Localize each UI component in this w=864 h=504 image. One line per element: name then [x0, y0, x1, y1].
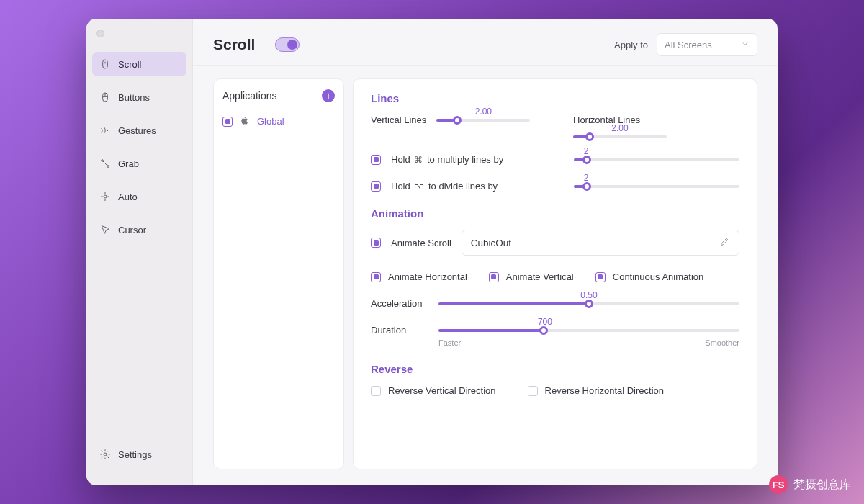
enable-toggle[interactable]	[275, 37, 300, 52]
animate-horizontal-checkbox[interactable]	[371, 272, 381, 282]
cursor-icon	[99, 224, 111, 235]
command-key-icon: ⌘	[413, 155, 424, 165]
header: Scroll Apply to All Screens	[193, 19, 778, 66]
sidebar: Scroll Buttons Gestures Grab Auto Cursor	[86, 19, 193, 485]
multiply-label: Hold ⌘ to multiply lines by	[391, 154, 503, 165]
duration-label: Duration	[371, 325, 428, 336]
duration-hint-faster: Faster	[438, 338, 461, 347]
vertical-lines-slider[interactable]: 2.00	[436, 119, 530, 122]
sidebar-label: Gestures	[118, 125, 156, 136]
easing-value: CubicOut	[471, 238, 511, 248]
chevron-down-icon	[741, 40, 750, 50]
animate-scroll-checkbox[interactable]	[371, 238, 381, 248]
applications-card: Applications + Global	[213, 78, 344, 469]
reverse-vertical-checkbox[interactable]	[371, 386, 381, 396]
settings-label: Settings	[118, 449, 152, 460]
svg-rect-0	[103, 60, 108, 68]
mouse-icon	[99, 58, 111, 70]
sidebar-item-scroll[interactable]: Scroll	[92, 52, 186, 76]
settings-card: Lines Vertical Lines 2.00 H	[353, 78, 757, 469]
apple-icon	[240, 115, 250, 127]
animate-horizontal-label: Animate Horizontal	[388, 271, 467, 282]
page-title: Scroll	[213, 36, 255, 53]
window-controls[interactable]	[96, 27, 109, 40]
sidebar-item-settings[interactable]: Settings	[92, 442, 186, 467]
watermark-badge: FS 梵摄创意库	[769, 475, 851, 494]
svg-line-7	[103, 161, 107, 166]
apply-to-label: Apply to	[614, 40, 648, 50]
option-key-icon: ⌥	[413, 181, 426, 192]
watermark-text: 梵摄创意库	[793, 477, 851, 492]
acceleration-label: Acceleration	[371, 298, 428, 309]
divide-checkbox[interactable]	[371, 181, 381, 192]
svg-point-6	[107, 166, 109, 168]
sidebar-label: Cursor	[118, 225, 146, 235]
animate-scroll-label: Animate Scroll	[391, 238, 451, 248]
grab-icon	[99, 158, 111, 169]
sidebar-item-gestures[interactable]: Gestures	[92, 118, 186, 143]
sidebar-label: Auto	[118, 192, 138, 202]
animate-vertical-checkbox[interactable]	[489, 272, 499, 282]
dropdown-value: All Screens	[665, 40, 712, 50]
svg-point-5	[102, 160, 104, 162]
sidebar-item-auto[interactable]: Auto	[92, 184, 186, 209]
application-row-global[interactable]: Global	[222, 115, 335, 127]
section-lines-title: Lines	[371, 92, 739, 104]
reverse-vertical-label: Reverse Vertical Direction	[388, 385, 496, 396]
section-reverse-title: Reverse	[371, 363, 739, 375]
animate-vertical-label: Animate Vertical	[506, 271, 574, 282]
app-window: Scroll Buttons Gestures Grab Auto Cursor	[86, 19, 778, 485]
easing-select[interactable]: CubicOut	[462, 230, 739, 256]
sidebar-label: Grab	[118, 158, 139, 169]
multiply-checkbox[interactable]	[371, 155, 381, 165]
continuous-animation-label: Continuous Animation	[613, 271, 703, 282]
sidebar-label: Scroll	[118, 59, 142, 70]
auto-icon	[99, 191, 111, 202]
horizontal-lines-value: 2.00	[573, 123, 667, 133]
multiply-value: 2	[584, 146, 739, 156]
gear-icon	[99, 449, 111, 460]
app-name: Global	[257, 116, 284, 127]
vertical-lines-value: 2.00	[436, 107, 530, 117]
divide-value: 2	[584, 173, 739, 183]
app-checkbox[interactable]	[222, 117, 233, 127]
divide-label: Hold ⌥ to divide lines by	[391, 181, 498, 192]
add-application-button[interactable]: +	[322, 89, 335, 102]
main-panel: Scroll Apply to All Screens Applications…	[193, 19, 778, 485]
duration-hint-smoother: Smoother	[705, 338, 739, 347]
multiply-slider[interactable]: 2	[574, 158, 739, 161]
acceleration-value: 0.50	[438, 290, 739, 300]
continuous-animation-checkbox[interactable]	[595, 272, 606, 282]
screens-dropdown[interactable]: All Screens	[657, 33, 757, 56]
gestures-icon	[99, 125, 111, 136]
sidebar-item-cursor[interactable]: Cursor	[92, 217, 186, 242]
mouse-buttons-icon	[99, 91, 111, 103]
reverse-horizontal-label: Reverse Horizontal Direction	[545, 385, 664, 396]
svg-point-8	[104, 195, 107, 198]
pencil-icon	[719, 236, 730, 249]
applications-title: Applications	[222, 90, 277, 102]
sidebar-label: Buttons	[118, 92, 150, 103]
divide-slider[interactable]: 2	[574, 185, 739, 188]
section-animation-title: Animation	[371, 207, 739, 220]
duration-slider[interactable]: 700	[438, 329, 739, 332]
watermark-logo-icon: FS	[769, 475, 788, 494]
svg-point-13	[104, 453, 107, 456]
sidebar-item-buttons[interactable]: Buttons	[92, 85, 186, 109]
acceleration-slider[interactable]: 0.50	[438, 302, 739, 305]
sidebar-item-grab[interactable]: Grab	[92, 151, 186, 176]
reverse-horizontal-checkbox[interactable]	[528, 386, 538, 396]
horizontal-lines-slider[interactable]: 2.00	[573, 135, 667, 138]
duration-value: 700	[438, 317, 739, 327]
vertical-lines-label: Vertical Lines	[371, 114, 426, 125]
